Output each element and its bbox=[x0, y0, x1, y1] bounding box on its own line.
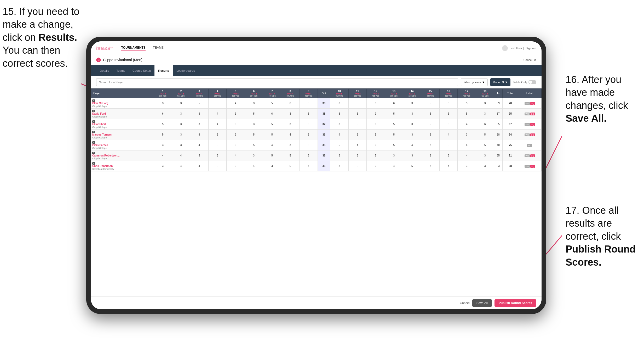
score-h8[interactable]: 3 bbox=[281, 109, 300, 119]
score-h15[interactable]: 3 bbox=[421, 161, 440, 171]
score-h12[interactable]: 3 bbox=[367, 161, 385, 171]
score-h5[interactable]: 4 bbox=[227, 150, 245, 161]
score-h2[interactable]: 3 bbox=[172, 119, 190, 130]
score-h4[interactable]: 5 bbox=[208, 130, 227, 140]
score-h7[interactable]: 5 bbox=[263, 130, 281, 140]
tab-details[interactable]: Details bbox=[96, 65, 113, 76]
score-h13[interactable]: 5 bbox=[385, 109, 403, 119]
score-h16[interactable]: 6 bbox=[439, 98, 458, 109]
score-h16[interactable]: 5 bbox=[439, 140, 458, 150]
score-h10[interactable]: 3 bbox=[330, 161, 348, 171]
player-name-link[interactable]: David Ford bbox=[92, 112, 153, 115]
score-h5[interactable]: 3 bbox=[227, 130, 245, 140]
tab-coursesetup[interactable]: Course Setup bbox=[129, 65, 154, 76]
score-h15[interactable]: 5 bbox=[421, 119, 440, 130]
score-h4[interactable]: 5 bbox=[208, 98, 227, 109]
score-h3[interactable]: 4 bbox=[190, 140, 208, 150]
score-h12[interactable]: 5 bbox=[367, 130, 385, 140]
score-h9[interactable]: 5 bbox=[299, 98, 318, 109]
score-h8[interactable]: 3 bbox=[281, 119, 300, 130]
cancel-button[interactable]: Cancel bbox=[460, 301, 469, 305]
score-h2[interactable]: 4 bbox=[172, 161, 190, 171]
score-h14[interactable]: 3 bbox=[403, 119, 421, 130]
score-h12[interactable]: 3 bbox=[367, 109, 385, 119]
score-h9[interactable]: 3 bbox=[299, 119, 318, 130]
score-h3[interactable]: 5 bbox=[190, 98, 208, 109]
score-h12[interactable]: 3 bbox=[367, 119, 385, 130]
score-h12[interactable]: 5 bbox=[367, 150, 385, 161]
tab-teams[interactable]: Teams bbox=[113, 65, 129, 76]
score-h16[interactable]: 5 bbox=[439, 150, 458, 161]
score-h1[interactable]: 4 bbox=[154, 150, 172, 161]
score-h18[interactable]: 5 bbox=[476, 130, 494, 140]
score-h14[interactable]: 3 bbox=[403, 98, 421, 109]
score-h18[interactable]: 6 bbox=[476, 119, 494, 130]
score-h2[interactable]: 3 bbox=[172, 130, 190, 140]
score-h5[interactable]: 4 bbox=[227, 98, 245, 109]
score-h14[interactable]: 3 bbox=[403, 109, 421, 119]
score-h17[interactable]: 4 bbox=[458, 119, 476, 130]
score-h4[interactable]: 5 bbox=[208, 161, 227, 171]
player-name-link[interactable]: Cameron Robertson... bbox=[92, 154, 153, 157]
score-h9[interactable]: 5 bbox=[299, 140, 318, 150]
score-h12[interactable]: 3 bbox=[367, 98, 385, 109]
player-name-link[interactable]: Blair McHarg bbox=[92, 102, 153, 105]
nav-teams[interactable]: TEAMS bbox=[153, 46, 164, 51]
score-h9[interactable]: 5 bbox=[299, 150, 318, 161]
totals-toggle-switch[interactable] bbox=[528, 80, 536, 84]
score-h6[interactable]: 3 bbox=[245, 150, 263, 161]
score-h17[interactable]: 4 bbox=[458, 150, 476, 161]
score-h15[interactable]: 5 bbox=[421, 98, 440, 109]
score-h11[interactable]: 5 bbox=[348, 109, 367, 119]
nav-tournaments[interactable]: TOURNAMENTS bbox=[121, 46, 146, 51]
score-h14[interactable]: 5 bbox=[403, 161, 421, 171]
score-h14[interactable]: 3 bbox=[403, 150, 421, 161]
score-h9[interactable]: 4 bbox=[299, 161, 318, 171]
nav-signout[interactable]: Sign out bbox=[526, 47, 536, 50]
score-h5[interactable]: 3 bbox=[227, 140, 245, 150]
score-h17[interactable]: 3 bbox=[458, 161, 476, 171]
round-select-button[interactable]: Round 3 ▼ bbox=[490, 78, 510, 86]
score-h11[interactable]: 5 bbox=[348, 161, 367, 171]
score-h6[interactable]: 5 bbox=[245, 130, 263, 140]
score-h4[interactable]: 4 bbox=[208, 109, 227, 119]
score-h3[interactable]: 4 bbox=[190, 130, 208, 140]
score-h17[interactable]: 5 bbox=[458, 109, 476, 119]
score-h3[interactable]: 5 bbox=[190, 150, 208, 161]
score-h14[interactable]: 4 bbox=[403, 140, 421, 150]
score-h7[interactable]: 3 bbox=[263, 161, 281, 171]
score-h8[interactable]: 5 bbox=[281, 161, 300, 171]
score-h1[interactable]: 3 bbox=[154, 161, 172, 171]
score-h15[interactable]: 5 bbox=[421, 109, 440, 119]
score-h1[interactable]: 6 bbox=[154, 109, 172, 119]
score-h1[interactable]: 3 bbox=[154, 98, 172, 109]
score-h4[interactable]: 3 bbox=[208, 150, 227, 161]
score-h1[interactable]: 3 bbox=[154, 140, 172, 150]
score-h9[interactable]: 5 bbox=[299, 109, 318, 119]
score-h2[interactable]: 4 bbox=[172, 150, 190, 161]
cancel-tournament-btn[interactable]: Cancel ✕ bbox=[523, 58, 536, 62]
score-h5[interactable]: 3 bbox=[227, 119, 245, 130]
score-h17[interactable]: 6 bbox=[458, 140, 476, 150]
score-h6[interactable]: 3 bbox=[245, 119, 263, 130]
score-h3[interactable]: 3 bbox=[190, 119, 208, 130]
score-h16[interactable]: 4 bbox=[439, 130, 458, 140]
score-h4[interactable]: 4 bbox=[208, 119, 227, 130]
score-h8[interactable]: 3 bbox=[281, 140, 300, 150]
score-h16[interactable]: 3 bbox=[439, 119, 458, 130]
score-h10[interactable]: 4 bbox=[330, 130, 348, 140]
player-name-link[interactable]: Piers Parnell bbox=[92, 144, 153, 147]
score-h3[interactable]: 3 bbox=[190, 109, 208, 119]
score-h13[interactable]: 4 bbox=[385, 161, 403, 171]
score-h18[interactable]: 3 bbox=[476, 150, 494, 161]
score-h18[interactable]: 5 bbox=[476, 140, 494, 150]
score-h2[interactable]: 3 bbox=[172, 98, 190, 109]
score-h6[interactable]: 5 bbox=[245, 109, 263, 119]
player-name-link[interactable]: Chris Robertson bbox=[92, 165, 153, 167]
score-h13[interactable]: 6 bbox=[385, 98, 403, 109]
score-h12[interactable]: 3 bbox=[367, 140, 385, 150]
save-all-button[interactable]: Save All bbox=[472, 299, 492, 307]
score-h5[interactable]: 3 bbox=[227, 161, 245, 171]
score-h16[interactable]: 4 bbox=[439, 161, 458, 171]
score-h17[interactable]: 5 bbox=[458, 98, 476, 109]
